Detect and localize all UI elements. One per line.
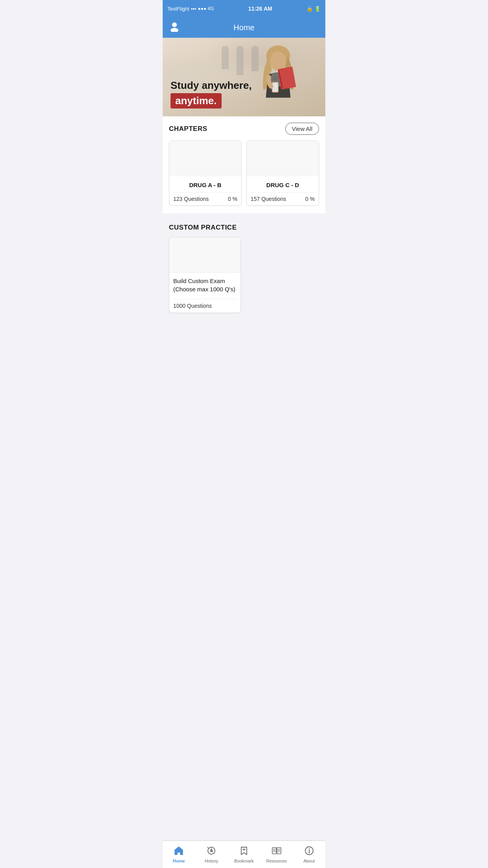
chapters-grid: DRUG A - B 123 Questions 0 % DRUG C - D … [169,140,319,213]
status-bar: TestFlight ▪▪▪ ●●● 4G 11:26 AM 🔒 🔋 [163,0,325,17]
view-all-button[interactable]: View All [285,123,319,135]
status-right: 🔒 🔋 [306,6,321,12]
card-body-2: DRUG C - D 157 Questions 0 % [247,176,319,205]
user-profile-icon[interactable] [169,21,180,34]
custom-card-questions: 1000 Questions [173,303,212,309]
chapter-card-2[interactable]: DRUG C - D 157 Questions 0 % [246,140,319,206]
card-questions-2: 157 Questions [251,196,286,202]
custom-card-body: Build Custom Exam(Choose max 1000 Q's) 1… [169,273,240,313]
card-title-1: DRUG A - B [173,182,237,188]
svg-point-4 [274,78,275,80]
card-footer-2: 157 Questions 0 % [251,192,315,202]
card-percent-2: 0 % [305,196,315,202]
custom-practice-section: CUSTOM PRACTICE Build Custom Exam(Choose… [163,217,325,313]
chapters-header: CHAPTERS View All [169,123,319,135]
chapters-title: CHAPTERS [169,125,207,133]
custom-practice-card[interactable]: Build Custom Exam(Choose max 1000 Q's) 1… [169,237,241,313]
main-content: CHAPTERS View All DRUG A - B 123 Questio… [163,116,325,340]
card-body-1: DRUG A - B 123 Questions 0 % [169,176,241,205]
svg-rect-13 [273,83,278,92]
card-questions-1: 123 Questions [173,196,209,202]
signal-icon: ▪▪▪ [191,6,196,12]
custom-card-footer: 1000 Questions [173,299,237,309]
status-time: 11:26 AM [248,6,272,12]
chapters-section: CHAPTERS View All DRUG A - B 123 Questio… [163,116,325,213]
card-image-area-2 [247,141,319,176]
card-title-2: DRUG C - D [251,182,315,188]
custom-practice-title: CUSTOM PRACTICE [169,224,319,232]
svg-point-3 [270,51,286,71]
banner-headline-line2: anytime. [175,95,217,107]
custom-cards-row: Build Custom Exam(Choose max 1000 Q's) 1… [169,237,319,313]
banner-headline-line1: Study anywhere, [171,79,252,92]
lock-icon: 🔒 [306,6,313,12]
status-left: TestFlight ▪▪▪ ●●● 4G [167,6,214,12]
card-footer-1: 123 Questions 0 % [173,192,237,202]
carrier-text: TestFlight [167,6,189,12]
custom-card-title: Build Custom Exam(Choose max 1000 Q's) [173,277,237,293]
hero-banner: Study anywhere, anytime. [163,38,325,116]
card-percent-1: 0 % [228,196,237,202]
banner-text: Study anywhere, anytime. [171,79,252,108]
svg-point-5 [277,76,279,78]
card-image-area-1 [169,141,241,176]
svg-point-1 [171,28,178,32]
custom-card-image [169,237,240,273]
banner-highlight: anytime. [171,93,222,108]
chapter-card-1[interactable]: DRUG A - B 123 Questions 0 % [169,140,242,206]
app-header: Home [163,17,325,38]
svg-point-0 [172,22,177,27]
network-type: ●●● 4G [198,6,214,11]
battery-icon: 🔋 [314,6,321,12]
page-title: Home [233,23,254,32]
